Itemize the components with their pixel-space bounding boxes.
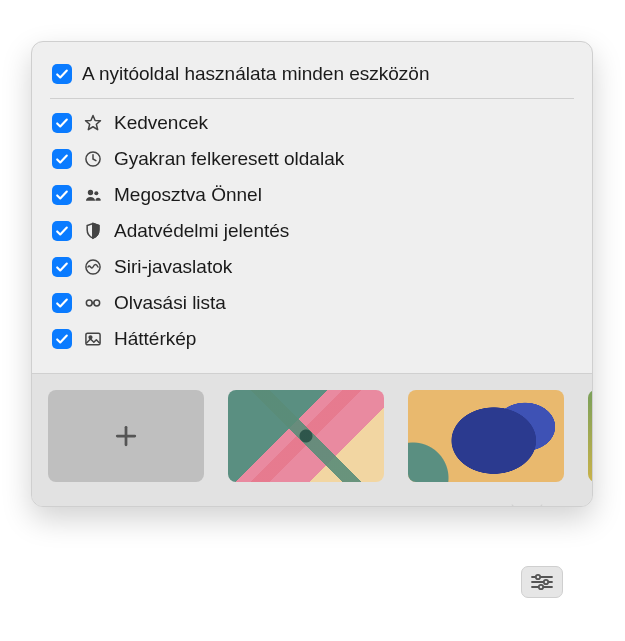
glasses-icon (82, 292, 104, 314)
customize-startpage-button[interactable] (521, 566, 563, 598)
option-shared-with-you[interactable]: Megosztva Önnel (32, 177, 592, 213)
checkbox-shared[interactable] (52, 185, 72, 205)
background-thumbnail[interactable] (588, 390, 592, 482)
option-label: Adatvédelmi jelentés (114, 219, 572, 243)
svg-rect-7 (86, 333, 100, 345)
option-frequently-visited[interactable]: Gyakran felkeresett oldalak (32, 141, 592, 177)
svg-point-3 (94, 191, 98, 195)
startpage-customize-popover: A nyitóoldal használata minden eszközön … (31, 41, 593, 507)
star-icon (82, 112, 104, 134)
svg-point-2 (88, 190, 93, 195)
option-favorites[interactable]: Kedvencek (32, 105, 592, 141)
option-background-image[interactable]: Háttérkép (32, 321, 592, 361)
checkbox-privacy[interactable] (52, 221, 72, 241)
svg-point-14 (544, 580, 548, 584)
siri-icon (82, 256, 104, 278)
background-thumbnail[interactable] (408, 390, 564, 482)
svg-point-5 (86, 300, 92, 306)
background-thumbnail[interactable] (228, 390, 384, 482)
sync-across-devices-row[interactable]: A nyitóoldal használata minden eszközön (32, 56, 592, 98)
checkbox-favorites[interactable] (52, 113, 72, 133)
svg-point-12 (536, 575, 540, 579)
clock-icon (82, 148, 104, 170)
checkbox-background[interactable] (52, 329, 72, 349)
checkbox-siri[interactable] (52, 257, 72, 277)
option-privacy-report[interactable]: Adatvédelmi jelentés (32, 213, 592, 249)
svg-point-16 (539, 585, 543, 589)
image-icon (82, 328, 104, 350)
add-background-button[interactable] (48, 390, 204, 482)
option-label: Siri-javaslatok (114, 255, 572, 279)
svg-marker-0 (86, 116, 101, 130)
divider (50, 98, 574, 99)
option-siri-suggestions[interactable]: Siri-javaslatok (32, 249, 592, 285)
option-label: Megosztva Önnel (114, 183, 572, 207)
background-thumbnails (32, 373, 592, 506)
option-label: Gyakran felkeresett oldalak (114, 147, 572, 171)
checkbox-reading-list[interactable] (52, 293, 72, 313)
option-label: Kedvencek (114, 111, 572, 135)
option-label: Háttérkép (114, 327, 572, 351)
people-icon (82, 184, 104, 206)
shield-icon (82, 220, 104, 242)
svg-point-6 (94, 300, 100, 306)
sync-label: A nyitóoldal használata minden eszközön (82, 62, 572, 86)
option-label: Olvasási lista (114, 291, 572, 315)
checkbox-sync[interactable] (52, 64, 72, 84)
option-reading-list[interactable]: Olvasási lista (32, 285, 592, 321)
checkbox-frequently-visited[interactable] (52, 149, 72, 169)
